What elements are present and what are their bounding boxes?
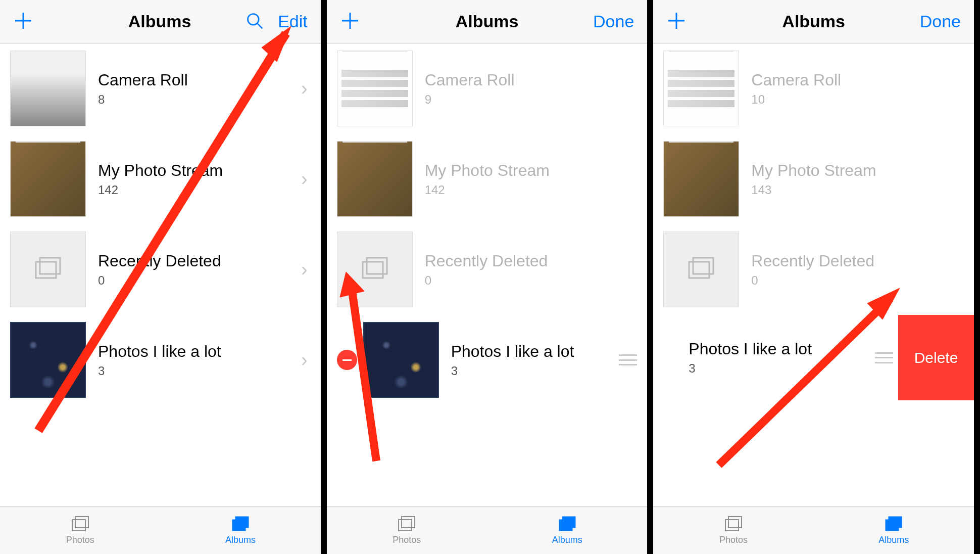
album-title: Recently Deleted (751, 252, 964, 270)
add-album-button[interactable] (340, 11, 360, 33)
photo-stack-icon (360, 256, 390, 283)
album-row-camera-roll[interactable]: Camera Roll 8 › (0, 43, 321, 134)
tab-photos[interactable]: Photos (0, 507, 160, 554)
album-row-camera-roll: Camera Roll 9 (327, 43, 648, 134)
svg-rect-25 (689, 262, 709, 278)
navbar: Albums Edit (0, 0, 321, 43)
tab-label: Photos (393, 535, 421, 545)
album-count: 0 (425, 273, 638, 288)
album-thumbnail (663, 141, 739, 217)
album-row-recently-deleted: Recently Deleted 0 (327, 224, 648, 315)
svg-rect-29 (886, 520, 899, 531)
album-title: Camera Roll (425, 71, 638, 89)
album-count: 8 (98, 93, 301, 107)
album-title: Camera Roll (98, 71, 301, 89)
tab-label: Photos (719, 535, 748, 545)
svg-rect-14 (367, 258, 387, 274)
svg-rect-24 (693, 258, 713, 274)
album-title: Photos I like a lot (451, 342, 614, 361)
panel-1-view-mode: Albums Edit Camera Roll 8 › My Photo Str… (0, 0, 327, 554)
tab-photos[interactable]: Photos (653, 507, 813, 554)
svg-rect-17 (399, 520, 412, 531)
tab-bar: Photos Albums (327, 506, 648, 554)
svg-rect-15 (363, 262, 383, 278)
photo-stack-icon (33, 256, 63, 283)
album-title: Recently Deleted (425, 252, 638, 270)
album-row-photo-stream: My Photo Stream 143 (653, 134, 974, 224)
album-thumbnail (10, 232, 86, 307)
tab-photos[interactable]: Photos (327, 507, 487, 554)
done-button[interactable]: Done (593, 12, 634, 31)
album-row-recently-deleted: Recently Deleted 0 (653, 224, 974, 315)
album-list: Camera Roll 9 My Photo Stream 142 Recent… (327, 43, 648, 506)
album-thumbnail (10, 322, 86, 398)
svg-rect-7 (72, 520, 85, 531)
album-title: My Photo Stream (98, 161, 301, 180)
album-row-photo-stream[interactable]: My Photo Stream 142 › (0, 134, 321, 224)
add-album-button[interactable] (13, 11, 33, 33)
tab-albums[interactable]: Albums (160, 507, 320, 554)
album-list: Camera Roll 10 My Photo Stream 143 Recen… (653, 43, 974, 506)
chevron-right-icon: › (301, 349, 311, 371)
album-row-photo-stream: My Photo Stream 142 (327, 134, 648, 224)
album-thumbnail (337, 232, 413, 307)
album-thumbnail (663, 232, 739, 307)
panel-2-edit-mode: Albums Done Camera Roll 9 My Photo Strea… (327, 0, 654, 554)
reorder-handle[interactable] (875, 352, 893, 363)
nav-title: Albums (74, 12, 246, 31)
svg-rect-9 (232, 520, 246, 531)
album-count: 3 (689, 361, 870, 376)
album-count: 3 (451, 364, 614, 378)
album-count: 143 (751, 183, 964, 197)
chevron-right-icon: › (301, 168, 311, 190)
navbar: Albums Done (327, 0, 648, 43)
album-thumbnail (663, 51, 739, 126)
done-button[interactable]: Done (920, 12, 961, 31)
album-thumbnail (337, 51, 413, 126)
album-list: Camera Roll 8 › My Photo Stream 142 › Re… (0, 43, 321, 506)
album-count: 142 (425, 183, 638, 197)
svg-rect-26 (728, 517, 742, 528)
tab-label: Albums (552, 535, 582, 545)
tab-bar: Photos Albums (0, 506, 321, 554)
photo-stack-icon (686, 256, 716, 283)
album-title: Photos I like a lot (98, 342, 301, 361)
album-thumbnail (337, 141, 413, 217)
search-button[interactable] (246, 12, 264, 32)
tab-label: Albums (878, 535, 909, 545)
tab-label: Photos (66, 535, 94, 545)
edit-button[interactable]: Edit (278, 12, 308, 31)
album-thumbnail (363, 322, 439, 398)
add-album-button[interactable] (666, 11, 687, 33)
tab-albums[interactable]: Albums (814, 507, 974, 554)
album-thumbnail (10, 51, 86, 126)
album-title: Camera Roll (751, 71, 964, 89)
album-thumbnail (10, 141, 86, 217)
album-title: My Photo Stream (425, 161, 638, 180)
svg-point-2 (248, 14, 259, 25)
reorder-handle[interactable] (619, 354, 637, 365)
album-row-recently-deleted[interactable]: Recently Deleted 0 › (0, 224, 321, 315)
album-count: 10 (751, 93, 964, 107)
album-row-custom[interactable]: Photos I like a lot 3 Delete (653, 315, 974, 401)
svg-rect-27 (725, 520, 739, 531)
nav-title: Albums (401, 12, 574, 31)
panel-3-delete-confirm: Albums Done Camera Roll 10 My Photo Stre… (653, 0, 980, 554)
album-row-custom[interactable]: Photos I like a lot 3 › (0, 315, 321, 405)
svg-rect-5 (36, 262, 56, 278)
album-row-camera-roll: Camera Roll 10 (653, 43, 974, 134)
tab-bar: Photos Albums (653, 506, 974, 554)
delete-toggle-button[interactable] (337, 350, 357, 370)
tab-albums[interactable]: Albums (487, 507, 647, 554)
svg-rect-6 (75, 517, 88, 528)
album-row-custom[interactable]: Photos I like a lot 3 (327, 315, 648, 405)
album-count: 3 (98, 364, 301, 378)
chevron-right-icon: › (301, 78, 311, 100)
tab-label: Albums (225, 535, 256, 545)
album-count: 9 (425, 93, 638, 107)
album-count: 0 (751, 273, 964, 288)
nav-title: Albums (727, 12, 900, 31)
delete-confirm-button[interactable]: Delete (898, 315, 974, 400)
navbar: Albums Done (653, 0, 974, 43)
svg-rect-4 (40, 258, 60, 274)
